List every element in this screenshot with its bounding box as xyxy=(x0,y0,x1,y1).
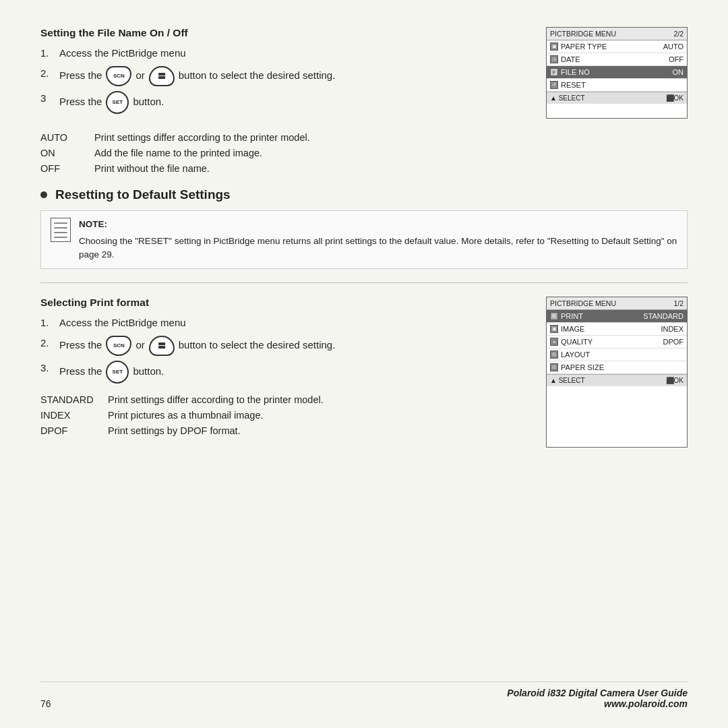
step-2-or: or xyxy=(135,68,144,84)
desc-pf-standard: STANDARD Print settings differ according… xyxy=(40,393,526,406)
pf-step-1-content: Access the PictBridge menu xyxy=(59,315,186,331)
set-button-icon: SET xyxy=(106,91,129,114)
pf-step-3-content: Press the SET button. xyxy=(59,361,164,384)
menu-row-paper-type: ▣ PAPER TYPE AUTO xyxy=(547,40,687,53)
section-print-format: Selecting Print format 1. Access the Pic… xyxy=(40,297,688,447)
footer-page-num: 76 xyxy=(40,698,51,709)
menu-pf-header-page: 1/2 xyxy=(673,299,684,307)
step-3-suffix: button. xyxy=(133,94,164,110)
quality-icon: ≡ xyxy=(550,338,558,346)
step-1-content: Access the PictBridge menu xyxy=(59,46,186,61)
desc-print-format: STANDARD Print settings differ according… xyxy=(40,393,526,438)
paper-type-label: PAPER TYPE xyxy=(561,42,607,51)
image-label: IMAGE xyxy=(561,325,584,333)
resetting-section: Resetting to Default Settings NOTE: Choo… xyxy=(40,187,688,269)
menu-file-name-header-page: 2/2 xyxy=(673,30,684,38)
footer-brand: Polaroid i832 Digital Camera User Guide … xyxy=(507,688,688,709)
date-label: DATE xyxy=(561,55,580,63)
menu-pf-header-title: PICTBRIDGE MENU xyxy=(550,299,616,307)
footer-brand-title: Polaroid i832 Digital Camera User Guide xyxy=(507,688,688,698)
menu-pf-row-print: ⊞ PRINT STANDARD xyxy=(547,310,687,323)
desc-standard-val: Print settings differ according to the p… xyxy=(108,393,526,406)
menu-row-file-no: F FILE NO ON xyxy=(547,66,687,79)
step-num-2: 2. xyxy=(40,66,59,82)
pf-step-2-suffix: button to select the desired setting. xyxy=(179,338,336,353)
pf-wave-button-icon: 𝌆 xyxy=(149,336,175,356)
wave-button-icon: 𝌆 xyxy=(149,66,175,86)
menu-file-name-footer-left: ▲ SELECT xyxy=(550,94,585,102)
pf-step-3: 3. Press the SET button. xyxy=(40,361,526,384)
menu-pf-header: PICTBRIDGE MENU 1/2 xyxy=(547,297,687,310)
menu-pf-footer-left: ▲ SELECT xyxy=(550,377,585,384)
pf-step-2-prefix: Press the xyxy=(59,338,102,353)
file-no-value: ON xyxy=(673,68,684,76)
pf-step-2: 2. Press the SCN or 𝌆 button to select t… xyxy=(40,336,526,356)
image-icon: ▣ xyxy=(550,325,558,333)
menu-pf-footer-right: ⬛OK xyxy=(666,377,684,384)
pf-step-num-2: 2. xyxy=(40,336,59,351)
print-icon: ⊞ xyxy=(550,312,558,320)
step-3-content: Press the SET button. xyxy=(59,91,164,114)
step-num-3: 3 xyxy=(40,91,59,107)
section-file-name: Setting the File Name On / Off 1. Access… xyxy=(40,27,688,119)
section-divider xyxy=(40,282,688,283)
pf-step-num-1: 1. xyxy=(40,315,59,331)
menu-pf-row-quality: ≡ QUALITY DPOF xyxy=(547,336,687,348)
desc-dpof-val: Print settings by DPOF format. xyxy=(108,424,526,437)
menu-file-name-footer: ▲ SELECT ⬛OK xyxy=(547,92,687,104)
pf-set-button-icon: SET xyxy=(106,361,129,384)
note-icon xyxy=(51,218,71,242)
desc-standard-key: STANDARD xyxy=(40,393,108,406)
desc-pf-dpof: DPOF Print settings by DPOF format. xyxy=(40,424,526,437)
paper-size-label: PAPER SIZE xyxy=(561,363,604,371)
footer-brand-url: www.polaroid.com xyxy=(507,698,688,709)
print-format-heading: Selecting Print format xyxy=(40,297,526,309)
file-no-icon: F xyxy=(550,68,558,76)
resetting-title: Resetting to Default Settings xyxy=(40,187,688,202)
menu-print-format: PICTBRIDGE MENU 1/2 ⊞ PRINT STANDARD ▣ I… xyxy=(546,297,688,447)
desc-file-name-off: OFF Print without the file name. xyxy=(40,162,688,175)
menu-row-reset: ↺ RESET xyxy=(547,79,687,92)
desc-index-val: Print pictures as a thumbnail image. xyxy=(108,408,526,422)
menu-file-name-header-title: PICTBRIDGE MENU xyxy=(550,30,616,38)
file-name-text: Setting the File Name On / Off 1. Access… xyxy=(40,27,546,119)
date-icon: ◷ xyxy=(550,55,558,63)
pf-step-3-suffix: button. xyxy=(133,364,164,380)
desc-dpof-key: DPOF xyxy=(40,424,108,437)
file-no-label: FILE NO xyxy=(561,68,590,76)
reset-icon: ↺ xyxy=(550,81,558,89)
quality-value: DPOF xyxy=(663,338,684,346)
note-line-2 xyxy=(54,227,67,229)
note-box: NOTE: Choosing the "RESET" setting in Pi… xyxy=(40,210,688,269)
pf-scn-button-icon: SCN xyxy=(106,336,131,356)
desc-file-name: AUTO Print settings differ according to … xyxy=(40,131,688,176)
desc-file-name-on: ON Add the file name to the printed imag… xyxy=(40,146,688,160)
pf-step-2-or: or xyxy=(135,338,144,353)
menu-file-name: PICTBRIDGE MENU 2/2 ▣ PAPER TYPE AUTO ◷ … xyxy=(546,27,688,119)
menu-pf-row-paper-size: ⊟ PAPER SIZE xyxy=(547,361,687,374)
desc-pf-index: INDEX Print pictures as a thumbnail imag… xyxy=(40,408,526,422)
file-name-heading: Setting the File Name On / Off xyxy=(40,27,526,39)
print-format-text: Selecting Print format 1. Access the Pic… xyxy=(40,297,546,447)
reset-label: RESET xyxy=(561,81,586,89)
desc-auto-val: Print settings differ according to the p… xyxy=(94,131,688,144)
desc-index-key: INDEX xyxy=(40,408,108,422)
step-3-prefix: Press the xyxy=(59,94,102,110)
quality-label: QUALITY xyxy=(561,338,593,346)
resetting-title-text: Resetting to Default Settings xyxy=(55,187,231,202)
bullet-icon xyxy=(40,191,47,198)
scn-button-icon: SCN xyxy=(106,66,131,86)
print-label: PRINT xyxy=(561,312,583,320)
menu-pf-row-image: ▣ IMAGE INDEX xyxy=(547,323,687,336)
layout-label: LAYOUT xyxy=(561,351,590,359)
page: Setting the File Name On / Off 1. Access… xyxy=(0,0,728,728)
pf-step-1: 1. Access the PictBridge menu xyxy=(40,315,526,331)
step-2: 2. Press the SCN or 𝌆 button to select t… xyxy=(40,66,526,86)
note-content: NOTE: Choosing the "RESET" setting in Pi… xyxy=(79,218,677,262)
step-1: 1. Access the PictBridge menu xyxy=(40,46,526,61)
desc-off-key: OFF xyxy=(40,162,94,175)
pf-step-2-content: Press the SCN or 𝌆 button to select the … xyxy=(59,336,335,356)
paper-type-value: AUTO xyxy=(663,42,684,51)
desc-on-key: ON xyxy=(40,146,94,160)
layout-icon: ⊟ xyxy=(550,351,558,359)
